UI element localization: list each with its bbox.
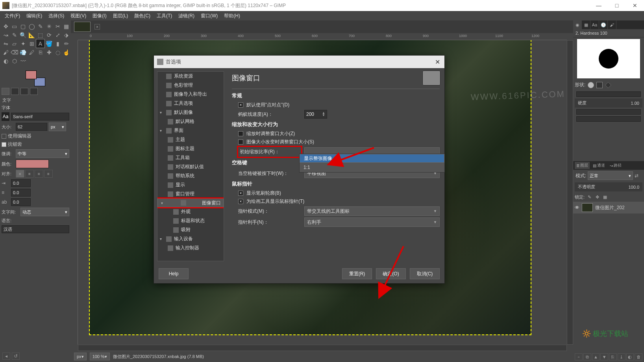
tool-options-reset[interactable]: ↺ xyxy=(12,353,20,360)
tool-zoom[interactable]: 🔍 xyxy=(19,31,27,39)
tab-layers[interactable]: ≣ 图层 xyxy=(575,162,590,169)
tool-paths[interactable]: ↝ xyxy=(2,31,10,39)
tree-default-image[interactable]: ▾默认图像 xyxy=(157,108,224,117)
language-input[interactable] xyxy=(2,225,69,233)
tree-system-resources[interactable]: 系统资源 xyxy=(157,72,224,81)
tool-free-select[interactable]: ✎ xyxy=(36,22,44,30)
tree-import-export[interactable]: 图像导入和导出 xyxy=(157,90,224,99)
tool-measure[interactable]: 📐 xyxy=(28,31,36,39)
layer-visibility-icon[interactable]: 👁 xyxy=(575,205,579,210)
layer-mask[interactable]: ◐ xyxy=(626,353,634,360)
menu-colors[interactable]: 颜色(C) xyxy=(131,11,154,20)
show-brush-outline-checkbox[interactable]: × xyxy=(238,191,243,196)
help-button[interactable]: Help xyxy=(159,268,189,279)
ruler-vertical[interactable] xyxy=(71,40,78,345)
justify-left[interactable]: ≡ xyxy=(16,170,24,178)
layer-merge[interactable]: ⤓ xyxy=(618,353,625,360)
tree-input-controllers[interactable]: 输入控制器 xyxy=(157,243,224,252)
indent-input[interactable] xyxy=(11,179,31,187)
tool-warp[interactable]: 〰 xyxy=(19,57,27,65)
menu-windows[interactable]: 窗口(W) xyxy=(198,11,221,20)
tab-paths[interactable]: ↝ 路径 xyxy=(608,162,623,169)
shape-square[interactable] xyxy=(596,82,603,88)
tree-help-system[interactable]: 帮助系统 xyxy=(157,171,224,180)
menu-select[interactable]: 选择(S) xyxy=(45,11,67,20)
zoom-option-11[interactable]: 1:1 xyxy=(300,163,444,172)
tab-patterns[interactable]: ▦ xyxy=(582,20,590,29)
tool-scale[interactable]: ⤢ xyxy=(54,31,62,39)
dialog-close-button[interactable]: ✕ xyxy=(433,58,441,66)
layer-mode-select[interactable]: 正常▾ xyxy=(588,171,633,180)
tool-airbrush[interactable]: 💨 xyxy=(19,48,27,56)
pointer-mode-select[interactable]: 带交叉线的工具图标▼ xyxy=(304,206,440,216)
antialias-checkbox[interactable]: ✕ xyxy=(2,142,6,147)
lock-pixels-icon[interactable]: ✎ xyxy=(586,194,592,200)
show-tool-pointer-checkbox[interactable]: × xyxy=(238,199,243,204)
dialog-titlebar[interactable]: 首选项 ✕ xyxy=(154,56,444,68)
box-mode-select[interactable]: 动态▾ xyxy=(20,208,69,216)
zoom-option-fit[interactable]: 显示整张图像 xyxy=(300,154,444,163)
image-tab-close[interactable]: × xyxy=(94,24,100,30)
tab-brushes[interactable]: ◉ xyxy=(573,20,582,29)
tool-paintbrush[interactable]: 🖌 xyxy=(2,48,10,56)
tree-default-grid[interactable]: 默认网格 xyxy=(157,117,224,126)
ok-button[interactable]: 确定(O) xyxy=(376,268,406,279)
layer-group[interactable]: ⧉ xyxy=(583,353,591,360)
tab-images[interactable] xyxy=(30,88,38,95)
tool-rotate[interactable]: ⟳ xyxy=(45,31,53,39)
tree-dialog-defaults[interactable]: 对话框默认值 xyxy=(157,162,224,171)
layer-up[interactable]: ▲ xyxy=(592,353,600,360)
ruler-horizontal[interactable]: 0100200300400500600700800900100011001200 xyxy=(78,33,567,40)
ant-speed-input[interactable]: 200▲▼ xyxy=(304,110,327,119)
resize-on-zoom-checkbox[interactable] xyxy=(238,131,243,136)
tool-unified[interactable]: ✦ xyxy=(19,39,27,48)
tab-fonts[interactable]: Aa xyxy=(590,20,599,29)
tab-paint[interactable]: 🖌 xyxy=(608,20,616,29)
tab-undo-history[interactable] xyxy=(20,88,28,95)
color-swatches[interactable] xyxy=(26,71,45,86)
tab-tool-options[interactable] xyxy=(2,88,9,95)
close-button[interactable]: ✕ xyxy=(626,0,644,11)
tree-window-management[interactable]: 窗口管理 xyxy=(157,189,224,199)
tool-color-picker[interactable]: ✎ xyxy=(10,31,19,39)
tool-foreground[interactable]: ▦ xyxy=(62,22,70,30)
tree-title-status[interactable]: 标题和状态 xyxy=(157,216,224,225)
layer-row[interactable]: 👁 微信图片_202 xyxy=(573,202,644,213)
scrollbar-horizontal[interactable] xyxy=(78,345,567,351)
tool-dodge[interactable]: ◐ xyxy=(2,57,10,65)
text-color-button[interactable] xyxy=(16,160,49,168)
tool-eraser[interactable]: ⌫ xyxy=(10,48,19,56)
tool-scissors[interactable]: ✂ xyxy=(54,22,62,30)
shape-circle[interactable] xyxy=(588,82,594,88)
tree-input-devices[interactable]: ▾输入设备 xyxy=(157,234,224,243)
status-zoom-select[interactable]: 100 % ▾ xyxy=(90,353,110,360)
minimize-button[interactable]: — xyxy=(590,0,608,11)
foreground-color[interactable] xyxy=(26,71,37,79)
brush-slider-3[interactable] xyxy=(576,116,641,122)
tree-color-management[interactable]: 色彩管理 xyxy=(157,81,224,90)
tree-tool-options[interactable]: 工具选项 xyxy=(157,99,224,108)
menu-edit[interactable]: 编辑(E) xyxy=(23,11,45,20)
menu-help[interactable]: 帮助(H) xyxy=(221,11,243,20)
tool-cage[interactable]: ⬡ xyxy=(10,57,19,65)
menu-view[interactable]: 视图(V) xyxy=(67,11,89,20)
tool-text[interactable]: A xyxy=(36,39,44,48)
pointer-hand-select[interactable]: 右利手▼ xyxy=(304,217,440,227)
font-icon[interactable]: Aa xyxy=(2,112,9,121)
tool-pencil[interactable]: ✏ xyxy=(62,39,70,48)
tree-appearance[interactable]: 外观 xyxy=(157,207,224,216)
image-tab-thumb[interactable] xyxy=(74,22,91,32)
brush-slider-1[interactable] xyxy=(576,91,641,97)
cancel-button[interactable]: 取消(C) xyxy=(410,268,440,279)
tree-icon-theme[interactable]: 图标主题 xyxy=(157,144,224,153)
tab-channels[interactable]: ▤ 通道 xyxy=(591,162,607,169)
menu-image[interactable]: 图像(I) xyxy=(89,11,109,20)
tab-history[interactable]: 🕓 xyxy=(599,20,608,29)
hinting-select[interactable]: 中等▾ xyxy=(16,149,69,158)
brush-slider-2[interactable] xyxy=(576,109,641,115)
line-spacing-input[interactable] xyxy=(11,189,31,197)
tool-align[interactable]: ▭ xyxy=(10,22,19,30)
tool-gradient[interactable]: ▮ xyxy=(54,39,62,48)
menu-tools[interactable]: 工具(T) xyxy=(154,11,175,20)
menu-layer[interactable]: 图层(L) xyxy=(110,11,131,20)
